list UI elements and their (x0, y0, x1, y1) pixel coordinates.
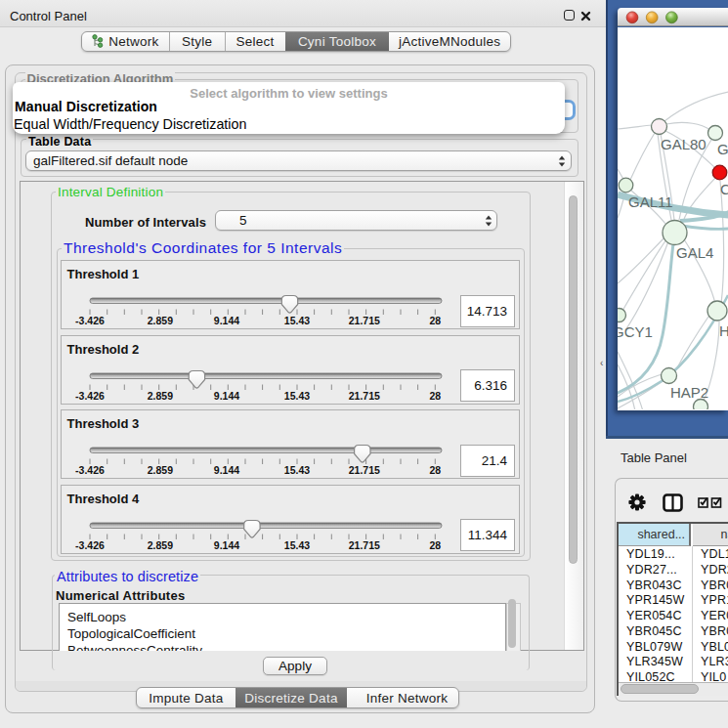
svg-text:2.859: 2.859 (148, 390, 173, 402)
svg-text:-3.426: -3.426 (75, 539, 105, 551)
svg-text:2.859: 2.859 (148, 315, 173, 326)
svg-text:21.715: 21.715 (349, 315, 380, 326)
svg-text:-3.426: -3.426 (75, 390, 105, 402)
svg-text:9.144: 9.144 (214, 315, 239, 326)
svg-text:28: 28 (429, 464, 441, 476)
svg-text:2.859: 2.859 (148, 464, 173, 476)
svg-text:21.715: 21.715 (349, 390, 380, 402)
svg-text:28: 28 (429, 390, 441, 402)
svg-text:-3.426: -3.426 (75, 464, 105, 476)
svg-text:21.715: 21.715 (349, 464, 380, 476)
svg-text:15.43: 15.43 (284, 315, 310, 326)
svg-text:GAL4: GAL4 (676, 244, 713, 261)
svg-text:28: 28 (429, 315, 441, 326)
svg-text:9.144: 9.144 (214, 464, 239, 476)
svg-text:HMG: HMG (719, 322, 728, 339)
svg-text:GAL80: GAL80 (661, 136, 707, 152)
svg-text:GAL11: GAL11 (628, 193, 673, 210)
svg-text:15.43: 15.43 (284, 539, 310, 551)
svg-text:15.43: 15.43 (284, 390, 310, 402)
svg-text:9.144: 9.144 (214, 390, 239, 402)
svg-text:9.144: 9.144 (214, 539, 239, 551)
svg-text:15.43: 15.43 (284, 464, 310, 476)
svg-text:GCY1: GCY1 (618, 323, 653, 340)
svg-text:HAP2: HAP2 (670, 384, 708, 401)
svg-text:28: 28 (429, 539, 441, 551)
svg-text:-3.426: -3.426 (75, 315, 105, 326)
svg-text:2.859: 2.859 (148, 539, 173, 551)
svg-text:CDC6: CDC6 (720, 181, 728, 197)
svg-text:21.715: 21.715 (349, 539, 380, 551)
svg-text:GAL2: GAL2 (717, 141, 728, 157)
